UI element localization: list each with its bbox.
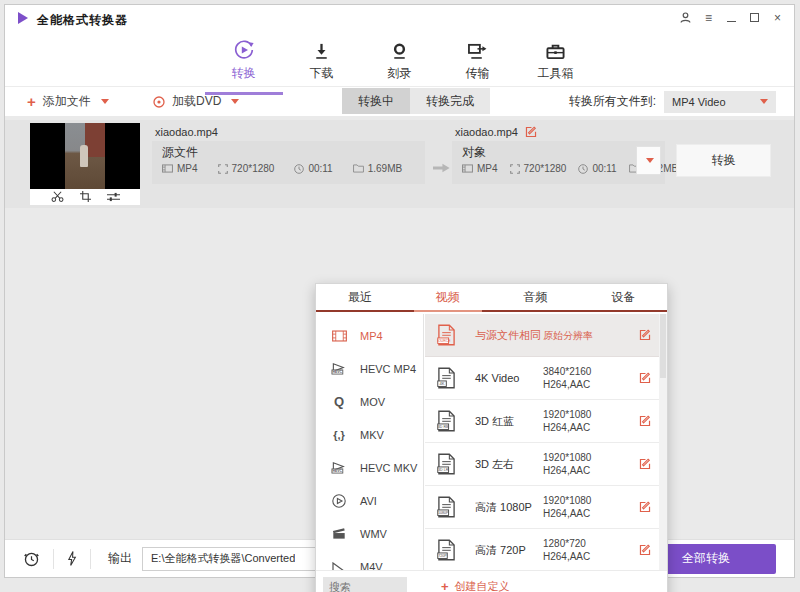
- preset-1080p-icon: 1080P: [437, 496, 467, 518]
- mkv-icon: {,}: [329, 429, 349, 441]
- format-item-mov[interactable]: Q MOV: [316, 385, 423, 418]
- preset-scrollbar[interactable]: [659, 314, 667, 570]
- svg-text:4K: 4K: [439, 381, 444, 386]
- wmv-icon: [329, 527, 349, 540]
- preset-row-3d-lr[interactable]: 3D LR 3D 左右 1920*1080H264,AAC: [425, 443, 659, 486]
- film-icon: [162, 164, 173, 173]
- format-panel: 最近 视频 音频 设备 MP4 HEVC HEVC MP4 Q: [315, 283, 668, 592]
- toolbar: + 添加文件 加载DVD 转换中 转换完成 转换所有文件到: MP4 Video: [5, 87, 794, 116]
- preset-row-4k[interactable]: 4K 4K Video 3840*2160H264,AAC: [425, 357, 659, 400]
- load-dvd-button[interactable]: 加载DVD: [153, 87, 239, 116]
- target-filename-row: xiaodao.mp4: [455, 126, 537, 138]
- clock-icon: [294, 164, 304, 174]
- add-files-button[interactable]: + 添加文件: [27, 87, 109, 116]
- maximize-button[interactable]: [748, 11, 761, 24]
- account-icon[interactable]: [679, 11, 692, 24]
- edit-preset-icon[interactable]: [635, 415, 651, 427]
- preset-row-3d-rb[interactable]: 3D RB 3D 红蓝 1920*1080H264,AAC: [425, 400, 659, 443]
- close-button[interactable]: ×: [771, 11, 784, 24]
- plus-icon: +: [441, 580, 449, 592]
- panel-tab-recent[interactable]: 最近: [316, 284, 404, 310]
- source-resolution: 720*1280: [232, 163, 275, 174]
- schedule-icon[interactable]: [23, 550, 40, 567]
- app-title: 全能格式转换器: [37, 12, 128, 29]
- format-item-hevc-mp4[interactable]: HEVC HEVC MP4: [316, 352, 423, 385]
- preset-row-source[interactable]: SOURCE 与源文件相同 原始分辨率: [425, 314, 659, 357]
- edit-preset-icon[interactable]: [635, 329, 651, 341]
- preset-3d-lr-icon: 3D LR: [437, 453, 467, 475]
- tab-convert[interactable]: 转换: [215, 38, 273, 87]
- arrow-right-icon: [433, 159, 450, 177]
- hevc-mp4-icon: HEVC: [329, 362, 349, 375]
- crop-icon[interactable]: [80, 188, 91, 206]
- tab-burn-label: 刻录: [388, 65, 412, 82]
- tab-toolbox[interactable]: 工具箱: [527, 38, 585, 87]
- target-resolution: 720*1280: [524, 163, 567, 174]
- preset-row-hd-720p[interactable]: 720P 高清 720P 1280*720H264,AAC: [425, 529, 659, 570]
- mp4-icon: [329, 330, 349, 342]
- titlebar: 全能格式转换器 ≡ ×: [5, 5, 794, 31]
- format-item-mp4[interactable]: MP4: [316, 319, 423, 352]
- output-format-value: MP4 Video: [672, 96, 726, 108]
- format-item-wmv[interactable]: WMV: [316, 517, 423, 550]
- format-dropdown-button[interactable]: [636, 146, 661, 175]
- panel-tab-video[interactable]: 视频: [404, 284, 492, 310]
- format-search-input[interactable]: [323, 577, 407, 592]
- tab-converting[interactable]: 转换中: [342, 88, 410, 114]
- app-logo-icon: [18, 12, 28, 24]
- source-size: 1.69MB: [368, 163, 402, 174]
- film-icon: [462, 164, 473, 173]
- tab-converted[interactable]: 转换完成: [410, 88, 490, 114]
- disc-icon: [153, 96, 165, 108]
- svg-text:1080P: 1080P: [438, 511, 449, 515]
- source-format: MP4: [177, 163, 198, 174]
- minimize-button[interactable]: [725, 11, 738, 24]
- edit-preset-icon[interactable]: [635, 372, 651, 384]
- source-preset-icon: SOURCE: [437, 324, 467, 346]
- tab-download[interactable]: 下载: [293, 38, 351, 87]
- add-files-label: 添加文件: [43, 93, 91, 110]
- tab-transfer-label: 传输: [466, 65, 490, 82]
- svg-text:HEVC: HEVC: [332, 370, 342, 374]
- avi-icon: [329, 494, 349, 508]
- output-format-select[interactable]: MP4 Video: [664, 91, 776, 113]
- record-icon: [390, 38, 409, 61]
- target-info-box: 对象 MP4 720*1280 00:11 3.52MB: [452, 141, 665, 184]
- folder-icon: [353, 164, 364, 173]
- panel-tab-audio[interactable]: 音频: [492, 284, 580, 310]
- tab-burn[interactable]: 刻录: [371, 38, 429, 87]
- tab-convert-label: 转换: [232, 65, 256, 82]
- edit-preset-icon[interactable]: [635, 544, 651, 556]
- tab-transfer[interactable]: 传输: [449, 38, 507, 87]
- chevron-down-icon: [101, 99, 109, 104]
- thumbnail-image: [30, 123, 140, 189]
- format-item-mkv[interactable]: {,} MKV: [316, 418, 423, 451]
- rename-icon[interactable]: [525, 126, 537, 138]
- preset-720p-icon: 720P: [437, 539, 467, 561]
- file-row: xiaodao.mp4 源文件 MP4 720*1280 00:11 1.69M…: [5, 120, 794, 208]
- chevron-down-icon: [231, 99, 239, 104]
- edit-preset-icon[interactable]: [635, 458, 651, 470]
- format-item-avi[interactable]: AVI: [316, 484, 423, 517]
- m4v-icon: [329, 562, 349, 571]
- convert-button[interactable]: 转换: [676, 144, 771, 177]
- output-path-value: E:\全能格式转换器\Converted: [151, 551, 295, 566]
- preset-row-hd-1080p[interactable]: 1080P 高清 1080P 1920*1080H264,AAC: [425, 486, 659, 529]
- target-duration: 00:11: [592, 163, 616, 174]
- edit-preset-icon[interactable]: [635, 501, 651, 513]
- format-item-hevc-mkv[interactable]: HEVC HEVC MKV: [316, 451, 423, 484]
- format-list: MP4 HEVC HEVC MP4 Q MOV {,} MKV: [316, 314, 424, 570]
- panel-tab-device[interactable]: 设备: [579, 284, 667, 310]
- trim-icon[interactable]: [51, 188, 64, 206]
- create-custom-button[interactable]: + 创建自定义: [441, 579, 510, 592]
- menu-icon[interactable]: ≡: [702, 11, 715, 24]
- plus-icon: +: [27, 94, 36, 109]
- effects-icon[interactable]: [107, 188, 120, 206]
- target-format: MP4: [477, 163, 498, 174]
- high-speed-icon[interactable]: [67, 551, 77, 566]
- transfer-icon: [467, 38, 488, 61]
- tab-download-label: 下载: [310, 65, 334, 82]
- resolution-icon: [218, 164, 228, 174]
- format-item-m4v[interactable]: M4V: [316, 550, 423, 570]
- main-nav: 转换 下载 刻录 传输 工具箱: [5, 31, 794, 87]
